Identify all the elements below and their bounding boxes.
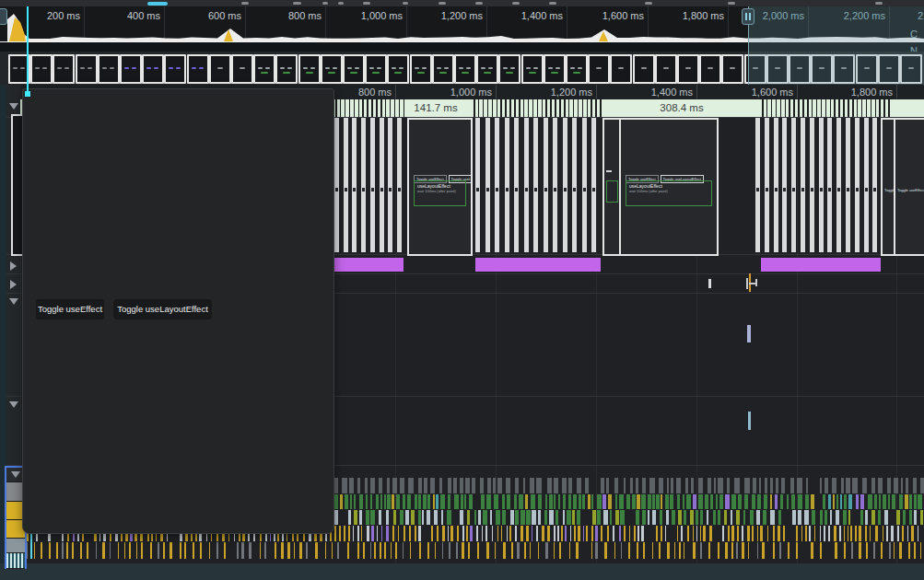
screenshot-slice[interactable] xyxy=(582,118,587,252)
filmstrip-thumbnail[interactable] xyxy=(498,54,520,84)
filmstrip-thumbnail[interactable] xyxy=(476,54,498,84)
selection-handle-right[interactable] xyxy=(742,8,754,25)
screenshot-slice[interactable] xyxy=(553,118,557,252)
event-mark-blue[interactable] xyxy=(748,412,751,430)
activity-bar xyxy=(901,478,903,493)
screenshot-slice[interactable] xyxy=(810,118,814,252)
screenshot-slice[interactable] xyxy=(380,118,384,252)
activity-bar xyxy=(820,478,822,493)
filmstrip-thumbnail[interactable] xyxy=(321,54,343,84)
filmstrip-thumbnail[interactable] xyxy=(521,54,544,84)
collapse-arrow-right[interactable] xyxy=(10,280,17,289)
activity-bar xyxy=(718,510,721,525)
screenshot-slice-content xyxy=(837,188,840,191)
filmstrip-thumbnail[interactable] xyxy=(76,54,98,84)
event-mark-lavender[interactable] xyxy=(747,325,751,342)
screenshot-slice[interactable] xyxy=(485,118,490,252)
selection-handle-left[interactable] xyxy=(0,8,7,25)
collapse-arrow-down[interactable] xyxy=(11,471,20,478)
layout-activity-bar[interactable] xyxy=(761,258,881,272)
screenshot-slice[interactable] xyxy=(827,118,832,252)
filmstrip-thumbnail[interactable] xyxy=(410,54,432,84)
screenshot-slice[interactable] xyxy=(755,118,760,252)
filmstrip-thumbnail[interactable] xyxy=(53,54,75,84)
filmstrip-thumbnail[interactable] xyxy=(142,54,164,84)
screenshot-slice[interactable] xyxy=(352,118,357,252)
activity-bar xyxy=(407,494,411,509)
filmstrip-thumbnail[interactable] xyxy=(387,54,409,84)
screenshot-slice[interactable] xyxy=(524,118,529,252)
screenshot-slice[interactable] xyxy=(344,118,348,252)
filmstrip-thumbnail[interactable] xyxy=(610,54,632,84)
filmstrip-thumbnail[interactable] xyxy=(677,54,699,84)
collapse-arrow-right[interactable] xyxy=(10,261,17,271)
filmstrip-thumbnail[interactable] xyxy=(120,54,142,84)
filmstrip-thumbnail[interactable] xyxy=(432,54,454,84)
toolbar-sliver xyxy=(0,0,924,6)
filmstrip-thumbnail[interactable] xyxy=(253,54,275,84)
filmstrip-thumbnail[interactable] xyxy=(231,54,253,84)
filmstrip-thumbnail[interactable] xyxy=(30,54,53,84)
screenshot-slice[interactable] xyxy=(514,118,519,252)
screenshot-slice[interactable] xyxy=(533,118,538,252)
screenshot-slice[interactable] xyxy=(334,118,339,252)
playhead-handle[interactable] xyxy=(25,91,30,97)
filmstrip-thumbnail[interactable] xyxy=(699,54,721,84)
screenshot-slice[interactable] xyxy=(544,118,548,252)
screenshot-slice[interactable] xyxy=(782,118,787,252)
screenshot-slice[interactable] xyxy=(361,118,366,252)
frame-boundary-tick xyxy=(514,99,516,117)
screenshot-slice[interactable] xyxy=(836,118,841,252)
playhead-line[interactable] xyxy=(27,6,29,91)
filmstrip-thumbnail[interactable] xyxy=(275,54,298,84)
activity-bar xyxy=(427,510,429,525)
filmstrip-thumbnail[interactable] xyxy=(454,54,476,84)
filmstrip-thumbnail[interactable] xyxy=(365,54,387,84)
screenshot-slice[interactable] xyxy=(572,118,577,252)
screenshot-slice[interactable] xyxy=(495,118,499,252)
filmstrip-thumbnail[interactable] xyxy=(98,54,120,84)
screenshot-slice[interactable] xyxy=(791,118,796,252)
layout-activity-bar[interactable] xyxy=(475,258,601,272)
collapse-arrow-down[interactable] xyxy=(9,401,18,408)
screenshot-slice[interactable] xyxy=(505,118,509,252)
filmstrip-thumbnail[interactable] xyxy=(544,54,566,84)
screenshot-preview[interactable]: Toggle useEffect xyxy=(894,118,924,256)
filmstrip-thumbnail[interactable] xyxy=(633,54,655,84)
thumbnail-accent-dash xyxy=(350,72,357,74)
screenshot-slice[interactable] xyxy=(370,118,375,252)
screenshot-slice[interactable] xyxy=(591,118,596,252)
filmstrip-thumbnail[interactable] xyxy=(566,54,588,84)
collapse-arrow-down[interactable] xyxy=(9,103,18,110)
screenshot-slice[interactable] xyxy=(765,118,769,252)
filmstrip-thumbnail[interactable] xyxy=(164,54,186,84)
screenshot-preview[interactable]: Toggle useEffectToggle useLayoutEffectus… xyxy=(619,118,719,256)
filmstrip-thumbnail[interactable] xyxy=(721,54,743,84)
toggle-useeffect-button[interactable]: Toggle useEffect xyxy=(36,299,104,319)
filmstrip-thumbnail[interactable] xyxy=(588,54,610,84)
filmstrip-thumbnail[interactable] xyxy=(343,54,365,84)
screenshot-slice[interactable] xyxy=(475,118,480,252)
screenshot-slice[interactable] xyxy=(819,118,824,252)
activity-bar xyxy=(666,510,669,525)
collapse-arrow-down[interactable] xyxy=(9,298,18,305)
toggle-uselayouteffect-button[interactable]: Toggle useLayoutEffect xyxy=(113,299,212,319)
screenshot-slice[interactable] xyxy=(563,118,567,252)
filmstrip-thumbnail[interactable] xyxy=(187,54,209,84)
screenshot-slice[interactable] xyxy=(846,118,850,252)
screenshot-slice[interactable] xyxy=(801,118,805,252)
filmstrip-thumbnail[interactable] xyxy=(209,54,231,84)
screenshot-slice[interactable] xyxy=(774,118,778,252)
screenshot-slice[interactable] xyxy=(872,118,877,252)
screenshot-slice[interactable] xyxy=(864,118,869,252)
screenshot-slice[interactable] xyxy=(397,118,402,252)
screenshot-preview[interactable]: Toggle useEffectToggle useLayoutEffectus… xyxy=(407,118,473,256)
screenshot-slice[interactable] xyxy=(855,118,860,252)
layout-activity-bar[interactable] xyxy=(334,258,404,272)
filmstrip-thumbnail[interactable] xyxy=(298,54,321,84)
screenshot-slice[interactable] xyxy=(388,118,392,252)
frame-boundary-tick xyxy=(875,99,877,117)
activity-bar xyxy=(497,478,502,493)
event-mark-white[interactable] xyxy=(708,279,711,288)
filmstrip-thumbnail[interactable] xyxy=(655,54,677,84)
